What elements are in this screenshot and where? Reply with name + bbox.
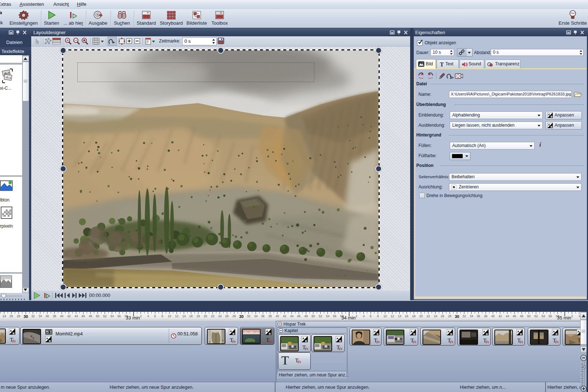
- svg-text:20: 20: [204, 314, 207, 318]
- svg-text:10: 10: [168, 314, 171, 318]
- svg-text:B: B: [339, 339, 342, 343]
- svg-text:22: 22: [211, 314, 215, 318]
- svg-text:40: 40: [275, 314, 279, 318]
- svg-text:fx: fx: [376, 339, 380, 343]
- svg-text:34: 34: [470, 314, 473, 318]
- svg-text:28: 28: [17, 314, 20, 318]
- svg-text:46: 46: [81, 314, 85, 318]
- svg-text:48: 48: [89, 314, 92, 318]
- svg-text:A: A: [374, 330, 376, 333]
- svg-text:B: B: [551, 115, 552, 118]
- svg-text:36: 36: [45, 314, 49, 318]
- svg-text:48: 48: [520, 314, 523, 318]
- svg-text:32: 32: [31, 314, 35, 318]
- svg-text:B: B: [233, 332, 235, 335]
- svg-text:A: A: [411, 330, 413, 333]
- svg-text:52: 52: [534, 314, 538, 318]
- svg-text:36: 36: [477, 314, 480, 318]
- svg-text:40: 40: [491, 314, 495, 318]
- svg-text:24: 24: [3, 314, 6, 318]
- svg-text:fx: fx: [486, 339, 489, 343]
- svg-text:30: 30: [239, 314, 244, 319]
- svg-text:34 min: 34 min: [341, 315, 355, 320]
- svg-text:6: 6: [370, 314, 372, 318]
- svg-text:B: B: [556, 332, 558, 336]
- svg-text:34: 34: [254, 314, 258, 318]
- svg-text:24: 24: [218, 314, 222, 318]
- svg-text:20: 20: [419, 314, 423, 318]
- svg-text:12: 12: [175, 314, 179, 318]
- svg-text:4: 4: [363, 314, 365, 318]
- svg-text:fx: fx: [305, 346, 309, 350]
- svg-text:16: 16: [189, 314, 193, 318]
- svg-text:40: 40: [60, 314, 64, 318]
- svg-text:A: A: [517, 330, 519, 333]
- svg-text:42: 42: [283, 314, 286, 318]
- svg-text:fx: fx: [12, 339, 16, 343]
- svg-text:30: 30: [24, 314, 28, 319]
- svg-text:56: 56: [117, 314, 121, 318]
- svg-text:A: A: [548, 113, 550, 116]
- svg-text:fx: fx: [232, 339, 236, 343]
- svg-text:A: A: [266, 330, 268, 333]
- svg-text:A: A: [577, 330, 580, 333]
- svg-text:28: 28: [232, 314, 236, 318]
- svg-text:14: 14: [182, 314, 186, 318]
- svg-text:34: 34: [38, 314, 42, 318]
- svg-text:33 min: 33 min: [126, 315, 140, 320]
- svg-text:A: A: [553, 330, 555, 333]
- svg-text:fx: fx: [450, 339, 454, 343]
- svg-text:56: 56: [548, 314, 552, 318]
- svg-text:24: 24: [434, 314, 437, 318]
- svg-text:B: B: [450, 332, 453, 336]
- svg-text:fx: fx: [580, 339, 580, 343]
- svg-text:32: 32: [247, 314, 250, 318]
- svg-text:14: 14: [398, 314, 401, 318]
- svg-text:A: A: [46, 337, 48, 340]
- svg-text:16: 16: [405, 314, 408, 318]
- svg-text:46: 46: [297, 314, 301, 318]
- svg-text:56: 56: [333, 314, 336, 318]
- svg-text:44: 44: [506, 314, 509, 318]
- svg-text:52: 52: [319, 314, 322, 318]
- svg-text:18: 18: [412, 314, 416, 318]
- svg-text:22: 22: [426, 314, 430, 318]
- svg-text:26: 26: [9, 314, 13, 318]
- svg-text:2: 2: [140, 314, 142, 318]
- svg-text:B: B: [305, 339, 307, 343]
- svg-text:2: 2: [356, 314, 358, 318]
- svg-text:38: 38: [484, 314, 487, 318]
- svg-text:B: B: [486, 332, 488, 336]
- svg-text:12: 12: [391, 314, 394, 318]
- svg-text:B: B: [520, 332, 522, 336]
- svg-text:B: B: [49, 339, 51, 343]
- svg-text:54: 54: [110, 314, 114, 318]
- svg-text:44: 44: [290, 314, 294, 318]
- svg-text:54: 54: [542, 314, 545, 318]
- svg-text:A: A: [230, 330, 232, 333]
- svg-text:18: 18: [196, 314, 200, 318]
- svg-text:32: 32: [462, 314, 466, 318]
- svg-text:A: A: [302, 337, 305, 340]
- svg-text:B: B: [13, 332, 15, 335]
- svg-text:A: A: [336, 337, 339, 340]
- svg-text:10: 10: [383, 314, 387, 318]
- svg-text:44: 44: [74, 314, 78, 318]
- svg-text:50: 50: [527, 314, 531, 318]
- svg-text:4: 4: [147, 314, 149, 318]
- svg-text:48: 48: [304, 314, 308, 318]
- svg-text:B: B: [580, 332, 581, 336]
- svg-text:A: A: [548, 123, 550, 126]
- svg-text:A: A: [483, 330, 485, 333]
- svg-text:fx: fx: [339, 346, 343, 350]
- svg-text:fx: fx: [298, 359, 301, 363]
- svg-text:42: 42: [67, 314, 71, 318]
- svg-text:26: 26: [225, 314, 229, 318]
- svg-text:46: 46: [513, 314, 516, 318]
- svg-text:50: 50: [311, 314, 315, 318]
- svg-text:6: 6: [154, 314, 156, 318]
- svg-text:30: 30: [455, 314, 459, 319]
- svg-text:35 min: 35 min: [557, 315, 571, 320]
- svg-text:B: B: [269, 332, 271, 335]
- svg-text:fx: fx: [555, 339, 559, 343]
